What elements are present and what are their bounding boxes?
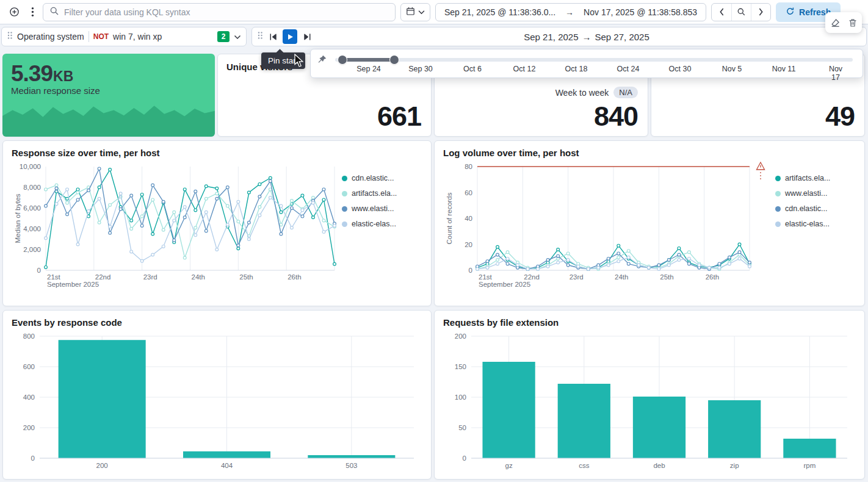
log-volume-chart-panel[interactable]: Log volume over time, per host 020406080… bbox=[434, 140, 865, 306]
panel-title: Events by response code bbox=[3, 311, 431, 329]
range-end-text: Sep 27, 2025 bbox=[595, 32, 649, 42]
slider-tick-label: Nov 5 bbox=[722, 65, 742, 73]
range-start-text: Sep 21, 2025 bbox=[524, 32, 578, 42]
svg-text:21st: 21st bbox=[479, 273, 493, 281]
legend-dot-icon bbox=[775, 221, 781, 227]
secondary-metric-row: Week to week N/A bbox=[555, 87, 638, 98]
events-by-response-code-panel[interactable]: Events by response code 0200400600800200… bbox=[2, 310, 432, 480]
search-icon bbox=[49, 6, 59, 18]
legend-item[interactable]: www.elasti... bbox=[775, 189, 856, 198]
legend-item[interactable]: artifacts.ela... bbox=[342, 189, 422, 198]
log-volume-line-chart[interactable]: 02040608021st22nd23rd24th25th26thSeptemb… bbox=[443, 159, 775, 292]
svg-text:6,000: 6,000 bbox=[23, 204, 41, 212]
drag-handle-icon[interactable] bbox=[7, 31, 13, 42]
svg-text:zip: zip bbox=[730, 462, 739, 469]
chevron-down-icon[interactable] bbox=[234, 31, 241, 42]
skip-to-end-button[interactable] bbox=[300, 29, 314, 44]
response-size-line-chart[interactable]: 02,0004,0006,0008,00010,00021st22nd23rd2… bbox=[12, 159, 342, 292]
slider-tick-label: Oct 30 bbox=[669, 65, 692, 73]
slider-tick-label: Nov 17 bbox=[826, 65, 845, 82]
svg-text:css: css bbox=[579, 462, 590, 469]
next-time-window-button[interactable] bbox=[751, 4, 770, 21]
legend-label: www.elasti... bbox=[785, 189, 827, 198]
requests-by-file-extension-panel[interactable]: Requests by file extension 050100150200g… bbox=[434, 310, 865, 480]
legend-label: www.elasti... bbox=[352, 204, 394, 213]
svg-text:deb: deb bbox=[653, 462, 665, 469]
svg-text:22nd: 22nd bbox=[524, 273, 540, 281]
pin-icon[interactable] bbox=[317, 54, 327, 67]
svg-text:23rd: 23rd bbox=[143, 273, 157, 281]
svg-text:400: 400 bbox=[23, 394, 35, 401]
requests-bar-chart[interactable]: 050100150200gzcssdebziprpm bbox=[443, 329, 856, 474]
trash-icon[interactable] bbox=[848, 18, 858, 28]
timeslider-start-handle[interactable] bbox=[338, 56, 347, 64]
selection-count-badge: 2 bbox=[217, 31, 230, 42]
kebab-menu-icon[interactable] bbox=[27, 4, 38, 21]
svg-text:200: 200 bbox=[23, 424, 35, 431]
svg-text:26th: 26th bbox=[706, 273, 719, 281]
end-date-button[interactable]: Nov 17, 2025 @ 11:38:58.853 bbox=[579, 7, 702, 17]
response-size-chart-panel[interactable]: Response size over time, per host 02,000… bbox=[2, 140, 432, 306]
legend-label: cdn.elastic... bbox=[785, 204, 827, 213]
metric-value: 5.39 bbox=[11, 61, 52, 86]
legend-item[interactable]: cdn.elastic... bbox=[775, 204, 856, 213]
date-range-control: Sep 21, 2025 @ 11:38:36.0... → Nov 17, 2… bbox=[435, 3, 706, 21]
svg-text:20: 20 bbox=[465, 241, 472, 248]
legend-item[interactable]: elastic-elas... bbox=[342, 220, 422, 228]
metric-value: 840 bbox=[594, 101, 638, 132]
timeslider-end-handle[interactable] bbox=[390, 56, 399, 64]
range-arrow: → bbox=[579, 32, 595, 42]
svg-text:September 2025: September 2025 bbox=[47, 281, 99, 288]
date-picker-button[interactable] bbox=[400, 3, 430, 21]
legend-item[interactable]: cdn.elastic... bbox=[342, 174, 422, 182]
time-window-nav bbox=[711, 3, 771, 21]
svg-text:150: 150 bbox=[455, 363, 466, 370]
line-charts-row: Response size over time, per host 02,000… bbox=[2, 140, 866, 306]
svg-text:0: 0 bbox=[463, 455, 466, 462]
chart-body: 02040608021st22nd23rd24th25th26thSeptemb… bbox=[435, 159, 864, 292]
divider bbox=[89, 31, 89, 42]
chart-legend: artifacts.ela...www.elasti...cdn.elastic… bbox=[775, 159, 856, 292]
legend-item[interactable]: artifacts.ela... bbox=[775, 174, 856, 182]
svg-text:503: 503 bbox=[345, 462, 357, 469]
add-filter-icon[interactable] bbox=[6, 4, 22, 21]
start-date-button[interactable]: Sep 21, 2025 @ 11:38:36.0... bbox=[439, 7, 560, 17]
slider-tick-label: Oct 24 bbox=[617, 65, 640, 73]
zoom-time-window-button[interactable] bbox=[731, 4, 751, 21]
svg-text:Median of bytes: Median of bytes bbox=[14, 193, 21, 243]
svg-text:50: 50 bbox=[458, 424, 466, 431]
kibana-dashboard-app: Sep 21, 2025 @ 11:38:36.0... → Nov 17, 2… bbox=[0, 0, 868, 482]
svg-text:0: 0 bbox=[469, 267, 472, 274]
slider-tick-label: Sep 24 bbox=[356, 65, 381, 73]
legend-dot-icon bbox=[775, 191, 781, 196]
legend-dot-icon bbox=[775, 176, 781, 181]
legend-label: elastic-elas... bbox=[785, 220, 830, 228]
skip-to-start-button[interactable] bbox=[266, 29, 280, 44]
slider-tick-label: Oct 6 bbox=[463, 65, 482, 73]
bar-charts-row: Events by response code 0200400600800200… bbox=[2, 310, 866, 480]
events-bar-chart[interactable]: 0200400600800200404503 bbox=[12, 329, 422, 474]
legend-item[interactable]: www.elasti... bbox=[342, 204, 422, 213]
legend-item[interactable]: elastic-elas... bbox=[775, 220, 856, 228]
metric-median-response-size[interactable]: 5.39KB Median response size bbox=[2, 54, 215, 137]
operating-system-control[interactable]: Operating system NOT win 7, win xp 2 bbox=[1, 27, 247, 46]
drag-handle-icon[interactable] bbox=[257, 31, 263, 42]
pin-start-tooltip: Pin start bbox=[261, 52, 305, 69]
play-button[interactable] bbox=[283, 29, 297, 44]
metric-value-row: 5.39KB bbox=[2, 54, 215, 87]
previous-time-window-button[interactable] bbox=[712, 4, 731, 21]
timeslider-track[interactable] bbox=[335, 58, 853, 62]
clear-eraser-icon[interactable] bbox=[830, 18, 841, 28]
kql-query-bar[interactable] bbox=[43, 3, 396, 21]
search-input[interactable] bbox=[64, 7, 389, 17]
panel-title: Response size over time, per host bbox=[3, 141, 431, 159]
svg-text:8,000: 8,000 bbox=[23, 184, 41, 191]
svg-text:0: 0 bbox=[37, 267, 41, 274]
slider-tick-label: Oct 18 bbox=[565, 65, 588, 73]
secondary-metric-label: Week to week bbox=[555, 88, 609, 98]
negate-badge: NOT bbox=[93, 32, 109, 41]
slider-tick-label: Sep 30 bbox=[408, 65, 433, 73]
svg-text:100: 100 bbox=[455, 394, 466, 401]
timeslider-selected-range[interactable] bbox=[342, 58, 394, 62]
svg-text:25th: 25th bbox=[239, 273, 253, 281]
